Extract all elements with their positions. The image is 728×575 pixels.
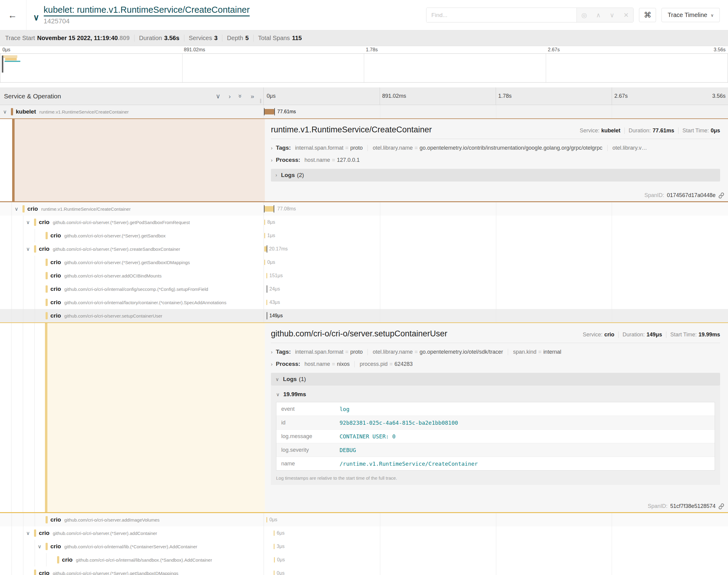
span-row[interactable]: crio github.com/cri-o/cri-o/internal/con… (0, 282, 728, 296)
indent-guides (3, 527, 26, 540)
span-timeline-cell[interactable]: 6μs (264, 527, 728, 540)
kv-value: go.opentelemetry.io/contrib/instrumentat… (420, 145, 602, 151)
minimap-scrubber[interactable] (2, 56, 3, 73)
indent-guides (3, 296, 38, 309)
key-value-pair: internal.span.format=proto (295, 145, 368, 151)
span-row[interactable]: ∨ kubelet runtime.v1.RuntimeService/Crea… (0, 105, 728, 119)
expand-chevron-icon[interactable]: ∨ (3, 109, 11, 115)
span-row[interactable]: ∨ crio runtime.v1.RuntimeService/CreateC… (0, 202, 728, 215)
back-button[interactable]: ← (0, 0, 26, 30)
expand-one-icon[interactable]: › (229, 93, 231, 99)
log-timestamp-header[interactable]: ∨ 19.99ms (276, 391, 715, 398)
span-timeline-cell[interactable]: 77.61ms (264, 105, 728, 119)
service-name: crio (39, 530, 49, 536)
span-row[interactable]: crio github.com/cri-o/cri-o/server.(*Ser… (0, 567, 728, 575)
trace-title-chevron-icon[interactable]: ∨ (33, 12, 39, 23)
span-timeline-cell[interactable]: 0μs (264, 513, 728, 527)
process-row[interactable]: › Process: host.name=127.0.0.1 (271, 157, 720, 163)
collapse-one-icon[interactable]: ∨ (216, 93, 220, 99)
next-result-icon[interactable]: ∨ (610, 11, 615, 19)
tags-row[interactable]: › Tags: internal.span.format=proto otel.… (271, 144, 720, 151)
column-resize-handle[interactable]: ∥ (260, 98, 262, 104)
tags-row[interactable]: › Tags: internal.span.format=proto otel.… (271, 348, 720, 355)
span-timeline-cell[interactable]: 43μs (264, 296, 728, 309)
span-row[interactable]: crio github.com/cri-o/cri-o/server.addIm… (0, 513, 728, 527)
detail-tint-fill (14, 119, 265, 201)
detail-tint-fill (47, 323, 265, 512)
span-duration-label: 149μs (269, 313, 283, 318)
span-duration-label: 151μs (269, 273, 283, 278)
span-timeline-cell[interactable]: 149μs (264, 309, 728, 323)
span-duration-bar (264, 206, 274, 212)
service-name: crio (51, 299, 61, 306)
logs-accordion-expanded[interactable]: ∨ Logs (1) (271, 373, 720, 385)
expand-chevron-icon[interactable]: ∨ (26, 530, 34, 536)
span-duration-bar (266, 273, 267, 278)
prev-result-icon[interactable]: ∧ (596, 11, 600, 19)
process-row[interactable]: › Process: host.name=nixos process.pid=6… (271, 361, 720, 367)
service-color-bar (34, 245, 36, 252)
log-timestamps-note: Log timestamps are relative to the start… (276, 475, 715, 481)
clear-find-icon[interactable]: ✕ (624, 11, 629, 19)
logs-accordion-collapsed[interactable]: › Logs (2) (271, 169, 720, 181)
kv-key: otel.library.v… (613, 145, 647, 151)
span-row-left: crio github.com/cri-o/cri-o/server.(*Ser… (0, 256, 264, 269)
keyboard-shortcuts-button[interactable]: ⌘ (639, 8, 656, 22)
log-marker-tick (274, 108, 275, 115)
view-selector-button[interactable]: Trace Timeline ∨ (661, 8, 720, 22)
expand-chevron-icon[interactable]: ∨ (14, 206, 23, 212)
span-row[interactable]: ∨ crio github.com/cri-o/cri-o/server.(*S… (0, 215, 728, 229)
span-row[interactable]: ∨ crio github.com/cri-o/cri-o/server.(*S… (0, 527, 728, 540)
span-row-left: crio github.com/cri-o/cri-o/internal/con… (0, 282, 264, 296)
service-name: crio (39, 219, 49, 226)
expand-all-icon[interactable]: » (251, 93, 254, 99)
trace-duration: Duration3.56s (135, 35, 184, 42)
kv-key: otel.library.name (373, 145, 413, 151)
span-timeline-cell[interactable]: 1μs (264, 229, 728, 242)
expand-chevron-icon[interactable]: ∨ (26, 219, 34, 226)
span-row-left: crio github.com/cri-o/cri-o/server.setup… (0, 309, 264, 323)
expand-chevron-icon[interactable]: ∨ (38, 543, 45, 550)
span-row[interactable]: crio github.com/cri-o/cri-o/server.setup… (0, 309, 728, 323)
kv-equals: = (332, 157, 335, 163)
caret-down-icon: ∨ (276, 392, 280, 397)
span-row[interactable]: crio github.com/cri-o/cri-o/server.(*Ser… (0, 229, 728, 242)
span-timeline-cell[interactable]: 77.08ms (264, 202, 728, 215)
target-icon[interactable]: ◎ (581, 11, 587, 19)
span-timeline-cell[interactable]: 24μs (264, 282, 728, 296)
logs-body: ∨ 19.99ms event log id 92b82381-025c-4a6… (271, 385, 720, 485)
timeline-header-ticks: 0μs 891.02ms 1.78s 2.67s 3.56s (264, 88, 728, 105)
span-row[interactable]: crio github.com/cri-o/cri-o/server.(*Ser… (0, 256, 728, 269)
span-duration-bar (266, 517, 267, 522)
copy-link-icon[interactable] (718, 193, 724, 199)
span-timeline-cell[interactable]: 151μs (264, 269, 728, 282)
view-selector-label: Trace Timeline (668, 11, 707, 19)
expand-chevron-icon[interactable]: ∨ (26, 246, 34, 252)
span-timeline-cell[interactable]: 0μs (264, 256, 728, 269)
span-row[interactable]: crio github.com/cri-o/cri-o/internal/fac… (0, 296, 728, 309)
trace-view: ← ∨ kubelet: runtime.v1.RuntimeService/C… (0, 0, 728, 575)
span-row[interactable]: crio github.com/cri-o/cri-o/server.addOC… (0, 269, 728, 282)
kv-key: span.kind (513, 349, 536, 355)
timeline-tick: 2.67s (615, 93, 628, 99)
span-timeline-cell[interactable]: 3μs (264, 540, 728, 553)
span-row[interactable]: ∨ crio github.com/cri-o/cri-o/server.(*S… (0, 242, 728, 256)
detail-gutter (0, 119, 12, 201)
span-duration-label: 0μs (269, 517, 277, 522)
find-input[interactable] (426, 8, 576, 22)
span-timeline-cell[interactable]: 8μs (264, 215, 728, 229)
operation-name: github.com/cri-o/cri-o/internal/lib.(*Co… (64, 544, 197, 549)
span-timeline-cell[interactable]: 0μs (264, 553, 728, 567)
key-value-pair: internal.span.format=proto (295, 349, 368, 355)
span-timeline-cell[interactable]: 20.17ms (264, 242, 728, 256)
span-row[interactable]: crio github.com/cri-o/cri-o/internal/lib… (0, 553, 728, 567)
kv-equals: = (389, 361, 393, 367)
meta-start-time: Start Time:0μs (678, 128, 720, 134)
minimap-canvas[interactable] (0, 54, 728, 82)
span-timeline-cell[interactable]: 0μs (264, 567, 728, 575)
copy-link-icon[interactable] (718, 503, 724, 509)
trace-title-link[interactable]: kubelet: runtime.v1.RuntimeService/Creat… (44, 5, 250, 16)
span-row[interactable]: ∨ crio github.com/cri-o/cri-o/internal/l… (0, 540, 728, 553)
collapse-all-icon[interactable]: » (237, 94, 244, 98)
key-value-pair: span.kind=internal (508, 349, 566, 355)
